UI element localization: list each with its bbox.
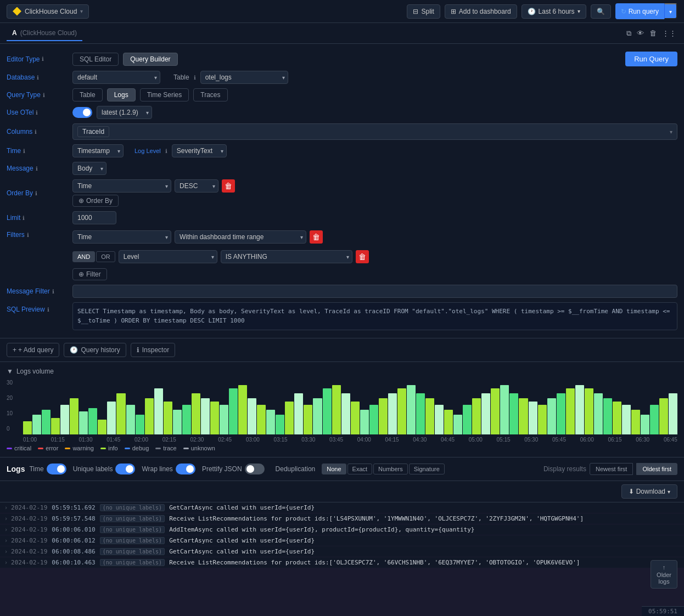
filter-2-delete-button[interactable]: 🗑: [356, 250, 369, 263]
run-split-chevron-icon: ▾: [669, 9, 672, 15]
log-row-msg: GetCartAsync called with userId={userId}: [169, 537, 680, 544]
qt-traces-tab[interactable]: Traces: [193, 88, 227, 101]
time-toggle[interactable]: [47, 464, 66, 474]
run-query-main-button[interactable]: ↻ Run query: [615, 3, 664, 19]
log-row-labels: (no unique labels): [100, 515, 165, 522]
table-info-icon[interactable]: ℹ: [194, 75, 196, 81]
more-tab-button[interactable]: ⋮⋮: [661, 28, 677, 39]
order-by-field-select[interactable]: Time: [72, 179, 171, 193]
dedup-btn-exact[interactable]: Exact: [347, 464, 373, 474]
message-info-icon[interactable]: ℹ: [36, 166, 38, 172]
zoom-button[interactable]: 🔍: [591, 4, 611, 19]
filter-2-field-select[interactable]: Level: [119, 250, 217, 263]
log-level-label: Log Level: [134, 148, 161, 154]
sql-editor-tab[interactable]: SQL Editor: [72, 53, 119, 66]
log-row-arrow: ›: [4, 504, 8, 511]
time-select[interactable]: Timestamp: [72, 144, 124, 157]
time-info-icon[interactable]: ℹ: [23, 148, 25, 154]
message-select-wrap: Body: [72, 162, 106, 175]
dedup-btn-none[interactable]: None: [322, 464, 346, 474]
filter-and-button[interactable]: AND: [72, 251, 95, 262]
log-row-time: 05:59:51.692: [52, 504, 95, 511]
filter-1-field-select[interactable]: Time: [72, 230, 171, 244]
add-filter-button[interactable]: ⊕ Filter: [72, 268, 107, 280]
run-query-split-button[interactable]: ▾: [664, 3, 677, 19]
prettify-json-toggle[interactable]: [245, 464, 265, 474]
log-row[interactable]: › 2024-02-19 06:00:06.010 (no unique lab…: [0, 524, 684, 535]
use-otel-toggle[interactable]: [72, 107, 92, 118]
qt-table-tab[interactable]: Table: [72, 88, 103, 101]
display-label: Display results: [543, 465, 586, 473]
add-dashboard-button[interactable]: ⊞ Add to dashboard: [445, 4, 517, 19]
limit-info-icon[interactable]: ℹ: [23, 215, 25, 221]
time-range-button[interactable]: 🕐 Last 6 hours ▾: [522, 4, 586, 19]
run-query-button[interactable]: Run Query: [625, 52, 677, 66]
app-logo[interactable]: ClickHouse Cloud ▾: [7, 4, 89, 19]
message-select[interactable]: Body: [72, 162, 106, 175]
download-button[interactable]: ⬇ Download ▾: [621, 484, 677, 499]
dedup-btn-numbers[interactable]: Numbers: [373, 464, 408, 474]
columns-chevron-icon: ▾: [670, 129, 672, 135]
order-by-delete-button[interactable]: 🗑: [222, 179, 235, 193]
log-row[interactable]: › 2024-02-19 05:59:57.548 (no unique lab…: [0, 513, 684, 524]
log-row[interactable]: › 2024-02-19 06:00:08.486 (no unique lab…: [0, 546, 684, 557]
order-by-dir-select[interactable]: DESC: [175, 179, 218, 193]
order-by-info-icon[interactable]: ℹ: [35, 190, 37, 196]
editor-type-label: Editor Type ℹ: [7, 55, 72, 63]
limit-row: Limit ℹ: [0, 209, 684, 227]
add-order-by-button[interactable]: ⊕ Order By: [72, 195, 119, 207]
filter-1-delete-button[interactable]: 🗑: [310, 230, 323, 244]
use-otel-info-icon[interactable]: ℹ: [36, 110, 38, 116]
qt-logs-tab[interactable]: Logs: [107, 88, 136, 101]
message-filter-info-icon[interactable]: ℹ: [52, 289, 54, 295]
query-builder-panel: Editor Type ℹ SQL Editor Query Builder R…: [0, 44, 684, 338]
sql-preview-info-icon[interactable]: ℹ: [47, 307, 49, 313]
filters-row: Filters ℹ Time Within dashboard time ran…: [0, 227, 684, 282]
log-row-arrow: ›: [4, 559, 8, 566]
log-row[interactable]: › 2024-02-19 06:00:10.463 (no unique lab…: [0, 557, 684, 568]
oldest-first-button[interactable]: Oldest first: [636, 463, 677, 475]
log-level-select[interactable]: SeverityText: [172, 144, 227, 157]
add-query-button[interactable]: + + Add query: [7, 343, 59, 357]
inspector-icon: ℹ: [137, 346, 139, 354]
filter-2-op-select[interactable]: IS ANYTHING: [221, 250, 352, 263]
copy-tab-button[interactable]: ⧉: [625, 28, 632, 39]
otel-version-select-wrap: latest (1.2.9): [97, 106, 152, 119]
filter-1-op-select[interactable]: Within dashboard time range: [175, 230, 306, 244]
log-row-msg: AddItemAsync called with userId={userId}…: [169, 526, 680, 533]
table-select[interactable]: otel_logs: [200, 71, 288, 84]
newest-first-button[interactable]: Newest first: [590, 463, 633, 475]
columns-info-icon[interactable]: ℹ: [35, 129, 37, 135]
dedup-btn-signature[interactable]: Signature: [409, 464, 445, 474]
tab-a[interactable]: A (ClickHouse Cloud): [7, 26, 82, 41]
query-type-info-icon[interactable]: ℹ: [43, 92, 45, 98]
query-history-button[interactable]: 🕐 Query history: [64, 343, 126, 357]
unique-labels-toggle[interactable]: [115, 464, 135, 474]
qt-time-series-tab[interactable]: Time Series: [140, 88, 189, 101]
database-info-icon[interactable]: ℹ: [37, 75, 39, 81]
editor-type-info-icon[interactable]: ℹ: [42, 56, 44, 62]
inspector-button[interactable]: ℹ Inspector: [131, 343, 175, 357]
topbar: ClickHouse Cloud ▾ ⊟ Split ⊞ Add to dash…: [0, 0, 684, 23]
message-label: Message ℹ: [7, 165, 72, 172]
limit-input[interactable]: [72, 211, 116, 224]
log-row[interactable]: › 2024-02-19 05:59:51.692 (no unique lab…: [0, 502, 684, 513]
filter-2-row: AND OR Level IS ANYTHING 🗑: [72, 248, 369, 265]
delete-tab-button[interactable]: 🗑: [648, 28, 658, 39]
log-level-info-icon[interactable]: ℹ: [165, 148, 167, 154]
split-button[interactable]: ⊟ Split: [407, 4, 440, 19]
query-builder-tab[interactable]: Query Builder: [123, 53, 177, 66]
wrap-lines-toggle[interactable]: [176, 464, 195, 474]
older-logs-button[interactable]: ↑ Olderlogs: [651, 560, 677, 568]
filters-info-icon[interactable]: ℹ: [27, 232, 29, 238]
eye-tab-button[interactable]: 👁: [636, 28, 645, 39]
otel-version-select[interactable]: latest (1.2.9): [97, 106, 152, 119]
log-row[interactable]: › 2024-02-19 06:00:06.012 (no unique lab…: [0, 535, 684, 546]
database-select[interactable]: default: [72, 71, 160, 84]
filter-or-button[interactable]: OR: [96, 251, 115, 262]
history-icon: 🕐: [70, 346, 78, 354]
use-otel-content: latest (1.2.9): [72, 106, 677, 119]
message-filter-input[interactable]: [72, 285, 677, 298]
logs-volume-header[interactable]: ▼ Logs volume: [7, 368, 677, 375]
columns-tag: TraceId: [77, 126, 109, 137]
